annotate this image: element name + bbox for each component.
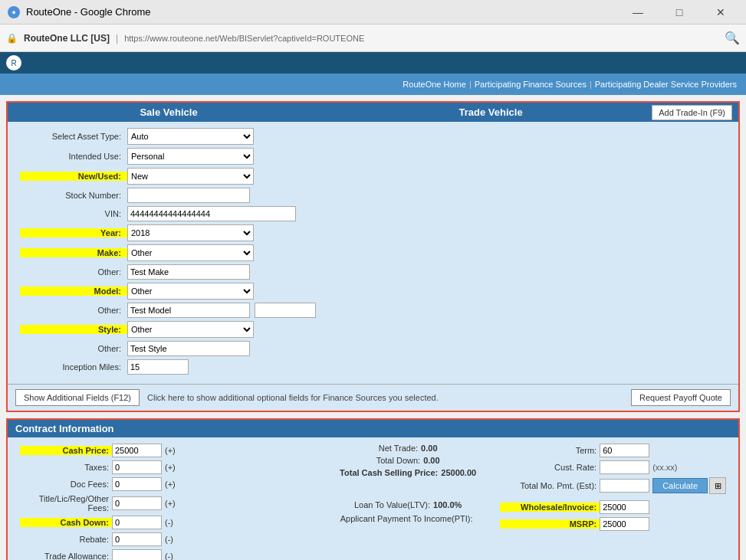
- trade-allowance-row: Trade Allowance: (-): [20, 549, 316, 560]
- model-extra-input[interactable]: [255, 303, 316, 318]
- cust-rate-input[interactable]: [600, 460, 649, 474]
- style-row: Style: Other: [20, 321, 726, 338]
- style-other-row: Other:: [20, 341, 726, 356]
- total-mo-input[interactable]: [600, 479, 649, 493]
- content-area: Sale Vehicle Trade Vehicle Add Trade-In …: [0, 95, 746, 560]
- asset-type-row: Select Asset Type: Auto: [20, 128, 726, 145]
- title-mod: (+): [165, 499, 180, 508]
- taxes-label: Taxes:: [20, 463, 112, 472]
- contract-middle-col: Net Trade: 0.00 Total Down: 0.00 Total C…: [331, 444, 485, 560]
- contract-header: Contract Information: [8, 420, 738, 437]
- maximize-button[interactable]: □: [662, 2, 697, 23]
- make-row: Make: Other: [20, 244, 726, 261]
- search-icon[interactable]: 🔍: [725, 31, 740, 45]
- model-label: Model:: [20, 287, 127, 296]
- contract-title: Contract Information: [15, 423, 114, 434]
- trade-vehicle-title: Trade Vehicle: [330, 103, 652, 122]
- total-cash-value: 25000.00: [441, 468, 476, 477]
- show-fields-info: Click here to show additional optional f…: [147, 393, 623, 402]
- routeone-logo: R: [6, 55, 21, 70]
- cash-down-row: Cash Down: (-): [20, 516, 316, 529]
- minimize-button[interactable]: —: [620, 2, 656, 23]
- contract-left-col: Cash Price: (+) Taxes: (+) Doc Fees: (+)…: [20, 444, 316, 560]
- separator: |: [116, 33, 118, 44]
- cash-down-input[interactable]: [112, 516, 162, 529]
- inception-miles-input[interactable]: [127, 359, 189, 375]
- term-row: Term:: [500, 444, 726, 457]
- cash-price-mod: (+): [165, 446, 180, 455]
- home-link[interactable]: RouteOne Home: [403, 80, 466, 89]
- calculate-button[interactable]: Calculate: [652, 478, 708, 493]
- msrp-input[interactable]: [600, 517, 649, 531]
- style-other-input[interactable]: [127, 341, 250, 356]
- make-other-input[interactable]: [127, 264, 250, 280]
- trade-allowance-input[interactable]: [112, 549, 162, 560]
- finance-link[interactable]: Participating Finance Sources: [475, 80, 587, 89]
- contract-right-col: Term: Cust. Rate: (xx.xx) Total Mo. Pmt.…: [500, 444, 726, 560]
- intended-use-label: Intended Use:: [20, 152, 127, 161]
- wholesale-label: Wholesale/Invoice:: [500, 503, 600, 512]
- new-used-label: New/Used:: [20, 172, 127, 181]
- asset-type-select[interactable]: Auto: [127, 128, 254, 145]
- cust-rate-row: Cust. Rate: (xx.xx): [500, 460, 726, 474]
- stock-number-input[interactable]: [127, 188, 250, 203]
- cash-price-label: Cash Price:: [20, 446, 112, 455]
- cust-rate-hint: (xx.xx): [652, 463, 677, 472]
- net-trade-label: Net Trade:: [379, 444, 418, 453]
- style-select[interactable]: Other: [127, 321, 254, 338]
- make-other-label: Other:: [20, 267, 127, 277]
- term-input[interactable]: [600, 444, 649, 457]
- title-label: Title/Lic/Reg/Other Fees:: [20, 494, 112, 513]
- total-down-row: Total Down: 0.00: [331, 456, 485, 465]
- vehicle-header: Sale Vehicle Trade Vehicle Add Trade-In …: [8, 103, 738, 122]
- show-fields-button[interactable]: Show Additional Fields (F12): [15, 389, 140, 406]
- year-label: Year:: [20, 228, 127, 237]
- model-other-input[interactable]: [127, 303, 250, 318]
- vin-input[interactable]: [127, 206, 296, 221]
- doc-fees-input[interactable]: [112, 477, 162, 491]
- make-select[interactable]: Other: [127, 244, 254, 261]
- cash-down-mod: (-): [165, 518, 180, 527]
- doc-fees-row: Doc Fees: (+): [20, 477, 316, 491]
- doc-fees-mod: (+): [165, 480, 180, 489]
- dealer-link[interactable]: Participating Dealer Service Providers: [595, 80, 737, 89]
- address-bar: 🔒 RouteOne LLC [US] | https://www.routeo…: [0, 25, 746, 52]
- new-used-select[interactable]: New: [127, 168, 254, 185]
- stock-number-row: Stock Number:: [20, 188, 726, 203]
- style-other-label: Other:: [20, 344, 127, 353]
- model-select[interactable]: Other: [127, 283, 254, 300]
- payoff-quote-button[interactable]: Request Payoff Quote: [631, 389, 731, 406]
- add-trade-button[interactable]: Add Trade-In (F9): [652, 105, 732, 120]
- style-label: Style:: [20, 325, 127, 334]
- pti-row: Applicant Payment To Income(PTI):: [331, 514, 485, 523]
- wholesale-input[interactable]: [600, 500, 649, 514]
- taxes-mod: (+): [165, 463, 180, 472]
- domain-label: RouteOne LLC [US]: [24, 33, 110, 44]
- year-select[interactable]: 2018: [127, 224, 254, 241]
- ltv-label: Loan To Value(LTV):: [354, 500, 430, 509]
- make-label: Make:: [20, 248, 127, 257]
- title-row: Title/Lic/Reg/Other Fees: (+): [20, 494, 316, 513]
- year-row: Year: 2018: [20, 224, 726, 241]
- close-button[interactable]: ✕: [703, 2, 738, 23]
- vin-row: VIN:: [20, 206, 726, 221]
- rebate-input[interactable]: [112, 532, 162, 546]
- trade-allowance-mod: (-): [165, 552, 180, 560]
- cash-price-input[interactable]: [112, 444, 162, 457]
- total-cash-label: Total Cash Selling Price:: [340, 468, 438, 477]
- calculator-icon-button[interactable]: ⊞: [709, 477, 726, 494]
- msrp-row: MSRP:: [500, 517, 726, 531]
- intended-use-select[interactable]: Personal: [127, 148, 254, 165]
- contract-section: Contract Information Cash Price: (+) Tax…: [6, 418, 740, 560]
- model-other-row: Other:: [20, 303, 726, 318]
- sep2: |: [590, 80, 592, 89]
- nav-bar: R: [0, 52, 746, 74]
- browser-favicon: ●: [8, 6, 20, 18]
- taxes-input[interactable]: [112, 460, 162, 474]
- sep1: |: [469, 80, 472, 89]
- title-input[interactable]: [112, 496, 162, 510]
- cash-price-row: Cash Price: (+): [20, 444, 316, 457]
- model-row: Model: Other: [20, 283, 726, 300]
- inception-miles-label: Inception Miles:: [20, 362, 127, 372]
- net-trade-value: 0.00: [421, 444, 437, 453]
